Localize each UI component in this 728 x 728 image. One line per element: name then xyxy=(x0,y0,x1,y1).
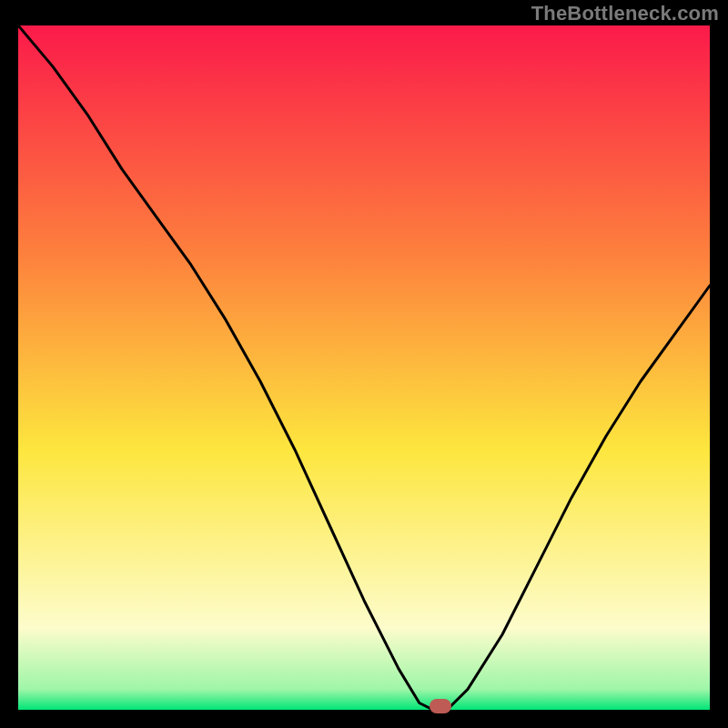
attribution-label: TheBottleneck.com xyxy=(531,2,719,25)
optimal-marker xyxy=(430,699,451,713)
chart-container: TheBottleneck.com xyxy=(0,0,728,728)
gradient-background xyxy=(18,25,710,710)
chart-plot xyxy=(18,25,710,710)
